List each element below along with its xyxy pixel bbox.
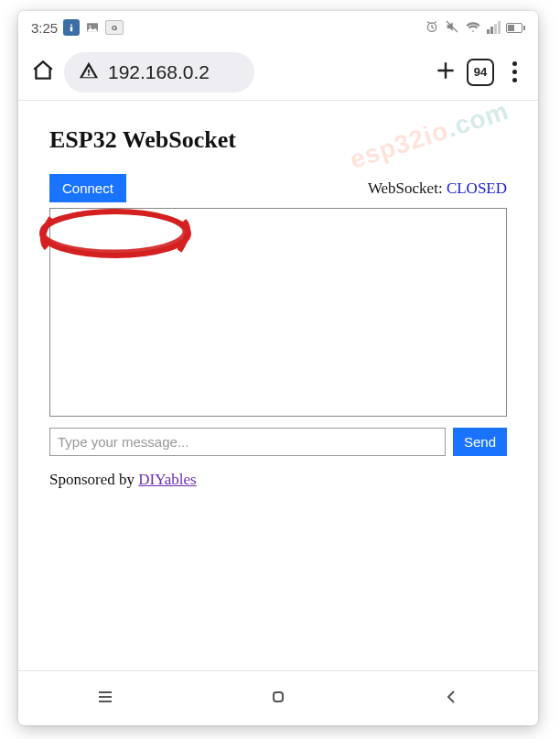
- browser-toolbar: 192.168.0.2 94: [18, 44, 538, 101]
- status-left: 3:25 G: [31, 19, 124, 36]
- control-row: Connect WebSocket: CLOSED: [49, 174, 507, 202]
- sponsor-line: Sponsored by DIYables: [49, 471, 507, 489]
- status-bar: 3:25 G: [18, 11, 538, 44]
- send-button[interactable]: Send: [453, 428, 507, 456]
- svg-point-1: [90, 26, 92, 27]
- image-icon: [85, 20, 100, 35]
- connect-button[interactable]: Connect: [49, 174, 126, 202]
- battery-icon: [506, 23, 525, 33]
- recents-button[interactable]: [94, 686, 116, 712]
- sponsor-link[interactable]: DIYables: [138, 471, 196, 488]
- phone-frame: 3:25 G 1: [18, 11, 538, 725]
- home-button[interactable]: [267, 686, 289, 712]
- menu-dots-icon[interactable]: [503, 61, 525, 82]
- google-translate-icon: G: [105, 20, 124, 35]
- websocket-status-label: WebSocket:: [368, 179, 447, 197]
- home-icon[interactable]: [31, 59, 55, 86]
- url-bar[interactable]: 192.168.0.2: [64, 52, 254, 92]
- websocket-status-value: CLOSED: [447, 179, 507, 197]
- clock-time: 3:25: [31, 20, 58, 36]
- tab-count-button[interactable]: 94: [467, 59, 494, 86]
- new-tab-icon[interactable]: [434, 59, 458, 86]
- websocket-status: WebSocket: CLOSED: [368, 179, 507, 198]
- page-content: ESP32 WebSocket Connect WebSocket: CLOSE…: [18, 101, 538, 489]
- sponsor-prefix: Sponsored by: [49, 471, 138, 488]
- page-title: ESP32 WebSocket: [49, 126, 507, 154]
- app-notification-icon: [63, 19, 80, 36]
- android-nav-bar: [18, 670, 538, 725]
- log-textarea[interactable]: [49, 208, 507, 417]
- wifi-icon: [465, 18, 481, 38]
- url-text: 192.168.0.2: [108, 61, 210, 83]
- mute-icon: [445, 19, 459, 37]
- input-row: Send: [49, 428, 507, 456]
- svg-rect-11: [274, 692, 283, 701]
- signal-icon: [487, 21, 501, 34]
- status-right: [425, 18, 525, 38]
- alarm-icon: [425, 19, 439, 37]
- not-secure-icon: [79, 60, 99, 84]
- message-input[interactable]: [49, 428, 446, 456]
- back-button[interactable]: [440, 686, 462, 712]
